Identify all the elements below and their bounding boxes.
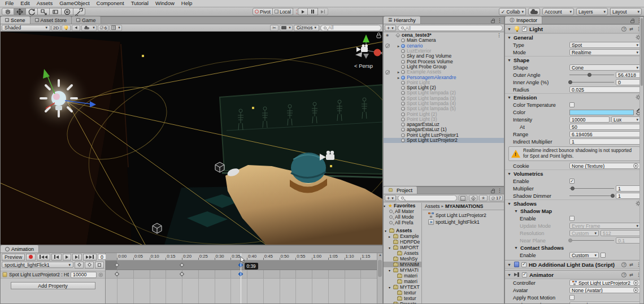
indirect-multiplier-field[interactable]: 1 [569, 138, 641, 145]
section-general[interactable]: ▼General [505, 33, 643, 41]
prev-key-button[interactable] [51, 254, 62, 260]
expand-arrow-icon[interactable]: ▾ [389, 285, 393, 289]
presets-icon[interactable]: ⇄ [629, 262, 633, 267]
cookie-object-field[interactable]: None (Texture) [569, 163, 641, 169]
move-tool-button[interactable] [14, 8, 26, 15]
lock-icon[interactable] [630, 20, 634, 23]
create-object-button[interactable]: + ▾ [385, 25, 396, 31]
hierarchy-item-example-assets[interactable]: ▸Example Assets [384, 70, 504, 75]
hand-tool-button[interactable] [2, 8, 14, 15]
near-plane-field[interactable]: 0.1 [616, 237, 641, 244]
filter-button[interactable] [95, 262, 104, 268]
inspector-scrollbar[interactable] [639, 17, 643, 303]
cube-gizmo-2[interactable] [153, 223, 162, 233]
presets-icon[interactable]: ⇄ [629, 27, 633, 32]
multiplier-slider[interactable] [569, 185, 614, 192]
breadcrumb-root[interactable]: Assets [425, 203, 440, 209]
resolution-mode-dropdown[interactable]: Custom▾ [569, 230, 599, 236]
folder-textur-11[interactable]: textur [384, 290, 421, 296]
hierarchy-search-input[interactable]: All [398, 25, 503, 31]
add-property-button[interactable]: Add Property [11, 282, 95, 289]
menu-help[interactable]: Help [178, 0, 196, 7]
range-field[interactable]: 6.194056 [569, 131, 641, 137]
fold-arrow-icon[interactable]: ▼ [514, 246, 519, 250]
expand-arrow-icon[interactable]: ▸ [396, 75, 401, 80]
menu-gameobject[interactable]: GameObject [56, 0, 93, 7]
kebab-menu-icon[interactable]: ⋮ [497, 188, 502, 193]
fold-arrow-icon[interactable]: ▼ [507, 172, 512, 176]
type-dropdown[interactable]: Spot▾ [569, 42, 641, 48]
apply-root-motion-checkbox[interactable] [569, 295, 575, 300]
intensity-unit-dropdown[interactable]: Lux▾ [611, 116, 641, 123]
search-by-type-button[interactable] [459, 195, 467, 201]
expand-arrow-icon[interactable]: ▸ [396, 70, 401, 75]
controller-object-field[interactable]: Spot Light LuzProjetor2 [569, 280, 641, 286]
account-dropdown[interactable]: Account▾ [542, 8, 574, 15]
tab-game[interactable]: Game [72, 16, 101, 24]
first-key-button[interactable] [37, 254, 50, 260]
2d-toggle[interactable]: 2D [51, 25, 60, 31]
menu-assets[interactable]: Assets [33, 0, 56, 7]
hidden-packages-toggle[interactable]: 17 [489, 195, 503, 201]
fold-arrow-icon[interactable]: ▼ [507, 36, 512, 40]
hierarchy-item-light-probe-group[interactable]: Light Probe Group [384, 64, 504, 70]
help-icon[interactable]: ? [621, 27, 626, 32]
folder-meshsy-5[interactable]: MeshSy [384, 256, 421, 262]
section-shape[interactable]: ▼Shape [505, 56, 643, 64]
fold-arrow-icon[interactable]: ▼ [507, 58, 512, 62]
keyframe[interactable] [180, 272, 184, 276]
folder-myanim-6[interactable]: MYANIM [384, 262, 421, 267]
track-menu-icon[interactable] [99, 272, 103, 276]
object-picker-icon[interactable] [633, 163, 638, 168]
timeline-scrollbar[interactable]: ▲ [377, 253, 382, 303]
asset-spot-light-luzprojetor2[interactable]: Spot Light LuzProjetor2 [428, 212, 504, 219]
save-search-button[interactable]: ★ [479, 195, 488, 201]
asset-spotlight-lightflick1[interactable]: spotLight_lightFlick1 [428, 219, 504, 225]
scale-tool-button[interactable] [38, 8, 50, 15]
hierarchy-item-spot-light-lampada-5[interactable]: Spot Light lampada (5) [384, 106, 504, 111]
menu-window[interactable]: Window [152, 0, 178, 7]
folder-example-1[interactable]: ▸Example [384, 233, 421, 239]
help-icon[interactable]: ? [621, 262, 626, 267]
frame-field[interactable]: 0 [98, 254, 106, 260]
section-volumetrics[interactable]: ▼Volumetrics [505, 170, 643, 177]
component-header-light[interactable]: ▼Light?⇄⋮ [505, 24, 643, 33]
shadow-dimmer-field[interactable]: 1 [616, 193, 641, 199]
resolution-field[interactable]: 512 [601, 230, 641, 236]
fold-arrow-icon[interactable]: ▼ [507, 95, 512, 99]
hierarchy-item-personagemalexandre[interactable]: ▸PersonagemAlexandre [384, 75, 504, 80]
preview-button[interactable]: Preview [2, 254, 25, 260]
scene-tools-button[interactable]: ✂ [270, 25, 279, 31]
hierarchy-item-point-light-2[interactable]: Point Light (2) [384, 111, 504, 116]
at-field[interactable]: 50 [569, 124, 641, 130]
menu-component[interactable]: Component [93, 0, 128, 7]
rotate-tool-button[interactable] [26, 8, 38, 15]
inner-angle-slider[interactable] [569, 79, 614, 85]
folder-mymati-7[interactable]: ▾MYMATI [384, 267, 421, 273]
menu-edit[interactable]: Edit [17, 0, 33, 7]
pivot-toggle[interactable]: Pivot [253, 8, 273, 15]
avatar-object-field[interactable]: None (Avatar) [569, 287, 641, 293]
expand-arrow-icon[interactable]: ▾ [389, 302, 393, 304]
hierarchy-item-main-camera[interactable]: Main Camera [384, 38, 504, 43]
expand-arrow-icon[interactable]: ▾ [385, 229, 389, 233]
timeline-property-row[interactable] [106, 270, 377, 279]
custom-tools-button[interactable] [73, 8, 85, 15]
intensity-field[interactable]: 10000 [569, 116, 610, 123]
add-keyframe-button[interactable] [75, 262, 84, 268]
component-header-hd-additional-light-data-script[interactable]: ▼HD Additional Light Data (Script)?⇄⋮ [505, 260, 643, 269]
enable-checkbox[interactable] [601, 253, 606, 258]
layout-dropdown[interactable]: Layout▾ [610, 8, 642, 15]
tab-hierarchy[interactable]: ☰ Hierarchy [384, 16, 421, 24]
collab-dropdown[interactable]: ✓ Collab▾ [499, 8, 526, 15]
mode-dropdown[interactable]: Realtime▾ [569, 49, 641, 55]
rect-tool-button[interactable] [50, 8, 62, 15]
keyframe[interactable] [180, 263, 184, 267]
effects-dropdown[interactable]: ▾ [81, 25, 97, 31]
enable-checkbox[interactable] [569, 179, 575, 184]
keyframe[interactable] [115, 272, 119, 276]
component-header-animator[interactable]: ▼Animator?⇄⋮ [505, 270, 643, 279]
favorite-all-mater[interactable]: All Mater [384, 209, 421, 214]
component-enable-checkbox[interactable] [522, 272, 527, 277]
outer-angle-slider[interactable] [569, 72, 614, 78]
